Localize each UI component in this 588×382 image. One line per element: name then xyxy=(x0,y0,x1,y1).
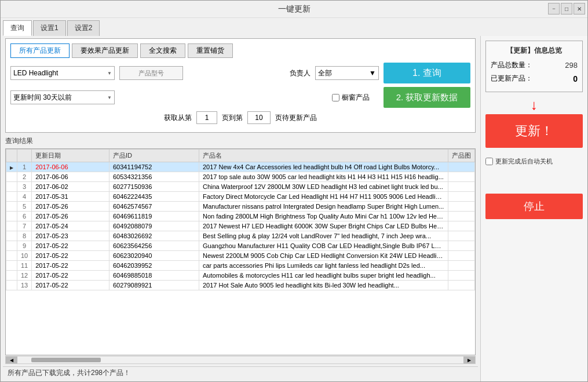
row-indicator xyxy=(6,241,17,251)
row-name: Best Selling plug & play 12/24 volt Land… xyxy=(199,231,448,241)
results-table: 更新日期 产品ID 产品名 产品图 ▶12017-06-066034119475… xyxy=(6,149,475,290)
row-name: Newest 2200LM 9005 Cob Chip Car LED Hedl… xyxy=(199,251,448,261)
title-bar: 一键更新 － □ ✕ xyxy=(1,1,587,18)
page-from-input[interactable] xyxy=(196,111,217,124)
table-row[interactable]: ▶12017-06-06603411947522017 New 4x4 Car … xyxy=(6,162,475,172)
row-name: Factory Direct Motorcycle Car Led Headli… xyxy=(199,192,448,202)
table-row[interactable]: 132017-05-22602790899212017 Hot Sale Aut… xyxy=(6,281,475,290)
status-text: 所有产品已下载完成，共计298个产品！ xyxy=(8,368,130,378)
category-value: LED Headlight xyxy=(13,69,58,77)
row-number: 2 xyxy=(17,172,32,182)
fzr-value: 全部 xyxy=(318,68,332,78)
page-from-label: 获取从第 xyxy=(164,113,192,123)
status-bar: 所有产品已下载完成，共计298个产品！ xyxy=(3,366,478,379)
row-id: 60534321356 xyxy=(109,172,199,182)
form-row-2: 更新时间 30天以前 ▼ 橱窗产品 2. 获取更新数据 xyxy=(10,87,470,108)
table-row[interactable]: 82017-05-2360483026692Best Selling plug … xyxy=(6,231,475,241)
table-row[interactable]: 32017-06-0260277150936China Waterproof 1… xyxy=(6,182,475,192)
row-id: 60492088079 xyxy=(109,221,199,231)
update-time-value: 更新时间 30天以前 xyxy=(13,93,72,103)
total-label: 产品总数量： xyxy=(491,60,532,70)
sub-tab-fulltext-search[interactable]: 全文搜索 xyxy=(140,43,185,58)
sub-tab-bar: 所有产品更新 要效果产品更新 全文搜索 重置铺货 xyxy=(10,43,470,58)
left-panel: 所有产品更新 要效果产品更新 全文搜索 重置铺货 LED Headlight ▼… xyxy=(1,36,480,381)
row-name: car parts accessories Phi lips Lumileds … xyxy=(199,261,448,271)
info-title: 【更新】信息总览 xyxy=(491,46,578,56)
row-indicator xyxy=(6,202,17,212)
page-to-input[interactable] xyxy=(247,111,271,124)
category-select[interactable]: LED Headlight ▼ xyxy=(10,66,115,80)
table-row[interactable]: 22017-06-06605343213562017 top sale auto… xyxy=(6,172,475,182)
col-id: 产品ID xyxy=(109,150,199,162)
row-date: 2017-06-06 xyxy=(32,162,109,172)
tab-settings2[interactable]: 设置2 xyxy=(67,20,100,36)
close-button[interactable]: ✕ xyxy=(574,3,585,14)
update-button[interactable]: 更新！ xyxy=(485,114,583,148)
row-name: Non fading 2800LM High Brightness Top Qu… xyxy=(199,212,448,221)
row-name: China Waterproof 12V 2800LM 30W LED head… xyxy=(199,182,448,192)
updated-value: 0 xyxy=(573,74,578,83)
row-image xyxy=(448,202,475,212)
window-product-checkbox[interactable] xyxy=(332,94,339,101)
results-label: 查询结果 xyxy=(5,135,476,147)
row-date: 2017-05-26 xyxy=(32,212,109,221)
scroll-thumb[interactable] xyxy=(31,358,101,362)
row-number: 12 xyxy=(17,271,32,281)
fetch-button[interactable]: 2. 获取更新数据 xyxy=(384,87,470,108)
row-date: 2017-05-22 xyxy=(32,271,109,281)
info-row-total: 产品总数量： 298 xyxy=(491,60,578,70)
table-row[interactable]: 102017-05-2260623020940Newest 2200LM 900… xyxy=(6,251,475,261)
row-name: Guangzhou Manufacturer H11 Quality COB C… xyxy=(199,241,448,251)
results-table-container[interactable]: 更新日期 产品ID 产品名 产品图 ▶12017-06-066034119475… xyxy=(5,148,476,355)
fzr-select[interactable]: 全部 ▼ xyxy=(315,66,379,80)
maximize-button[interactable]: □ xyxy=(561,3,572,14)
row-id: 60462039952 xyxy=(109,261,199,271)
sub-tab-reset-stock[interactable]: 重置铺货 xyxy=(188,43,233,58)
horizontal-scrollbar[interactable]: ◀ ▶ xyxy=(5,356,476,364)
row-number: 4 xyxy=(17,192,32,202)
tab-query[interactable]: 查询 xyxy=(3,20,32,36)
row-date: 2017-05-24 xyxy=(32,221,109,231)
row-id: 60341194752 xyxy=(109,162,199,172)
table-header-row: 更新日期 产品ID 产品名 产品图 xyxy=(6,150,475,162)
window-controls: － □ ✕ xyxy=(548,3,585,14)
row-image xyxy=(448,241,475,251)
content-box: 所有产品更新 要效果产品更新 全文搜索 重置铺货 LED Headlight ▼… xyxy=(5,38,476,133)
row-indicator: ▶ xyxy=(6,162,17,172)
update-time-select[interactable]: 更新时间 30天以前 ▼ xyxy=(10,90,115,104)
row-name: 2017 New 4x4 Car Accessories led headlig… xyxy=(199,162,448,172)
window-product-checkbox-label: 橱窗产品 xyxy=(332,93,370,103)
table-row[interactable]: 52017-05-2660462574567Manufacturer nissa… xyxy=(6,202,475,212)
tab-settings1[interactable]: 设置1 xyxy=(33,20,66,36)
table-row[interactable]: 42017-05-3160462224435Factory Direct Mot… xyxy=(6,192,475,202)
sub-tab-effect-update[interactable]: 要效果产品更新 xyxy=(72,43,138,58)
table-row[interactable]: 72017-05-24604920880792017 Newest H7 LED… xyxy=(6,221,475,231)
product-type-input[interactable] xyxy=(119,66,183,80)
query-button[interactable]: 1. 查询 xyxy=(384,63,470,83)
row-id: 60483026692 xyxy=(109,231,199,241)
table-row[interactable]: 92017-05-2260623564256Guangzhou Manufact… xyxy=(6,241,475,251)
update-time-arrow: ▼ xyxy=(107,95,112,100)
row-image xyxy=(448,172,475,182)
row-date: 2017-05-22 xyxy=(32,261,109,271)
page-to-label: 页到第 xyxy=(222,113,243,123)
row-number: 1 xyxy=(17,162,32,172)
row-id: 60623020940 xyxy=(109,251,199,261)
row-indicator xyxy=(6,192,17,202)
auto-shutdown-checkbox[interactable] xyxy=(485,158,493,165)
sub-tab-all-update[interactable]: 所有产品更新 xyxy=(10,43,70,58)
main-window: 一键更新 － □ ✕ 查询 设置1 设置2 所有产品更新 要效果产品更新 全文搜… xyxy=(0,0,588,382)
row-date: 2017-05-22 xyxy=(32,281,109,290)
auto-shutdown-label: 更新完成后自动关机 xyxy=(495,157,553,166)
row-indicator xyxy=(6,182,17,192)
row-number: 6 xyxy=(17,212,32,221)
minimize-button[interactable]: － xyxy=(548,3,560,14)
table-row[interactable]: 112017-05-2260462039952car parts accesso… xyxy=(6,261,475,271)
table-row[interactable]: 122017-05-2260469885018Automobiles & mot… xyxy=(6,271,475,281)
stop-button[interactable]: 停止 xyxy=(485,194,583,219)
row-indicator xyxy=(6,251,17,261)
table-row[interactable]: 62017-05-2660469611819Non fading 2800LM … xyxy=(6,212,475,221)
row-date: 2017-05-23 xyxy=(32,231,109,241)
fzr-label: 负责人 xyxy=(290,68,311,78)
right-panel: 【更新】信息总览 产品总数量： 298 已更新产品： 0 ↓ 更新！ xyxy=(480,36,587,381)
